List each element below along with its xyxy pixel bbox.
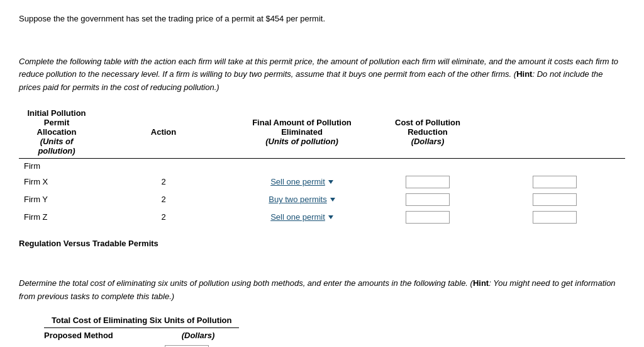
intro-text: Suppose the the government has set the t… — [19, 13, 625, 25]
determine-hint-label: Hint — [473, 278, 489, 288]
firm-x-name: Firm X — [19, 173, 94, 191]
firm-x-dropdown-arrow-icon — [328, 180, 333, 184]
col4-header: Cost of Pollution Reduction (Dollars) — [371, 106, 484, 159]
firm-y-dropdown-arrow-icon — [330, 198, 335, 202]
firm-z-action-label: Sell one permit — [270, 212, 325, 222]
bottom-table: Total Cost of Eliminating Six Units of P… — [44, 313, 239, 347]
dollars-header: (Dollars) — [157, 328, 240, 343]
hint-label: Hint — [516, 69, 532, 79]
instructions-text: Complete the following table with the ac… — [19, 55, 625, 94]
main-table: Initial Pollution Permit Allocation (Uni… — [19, 106, 625, 226]
firm-z-dropdown-arrow-icon — [328, 215, 333, 219]
firm-x-pollution-cell — [371, 173, 484, 191]
firm-y-action-dropdown[interactable]: Buy two permits — [269, 195, 335, 204]
firm-z-name: Firm Z — [19, 208, 94, 226]
firm-y-pollution-cell — [371, 191, 484, 208]
section-title: Regulation Versus Tradable Permits — [19, 239, 625, 248]
firm-z-action-cell: Sell one permit — [233, 208, 371, 226]
table-row: Firm Y 2 Buy two permits — [19, 191, 625, 208]
firm-y-name: Firm Y — [19, 191, 94, 208]
firm-x-action-label: Sell one permit — [270, 177, 325, 186]
firm-z-pollution-cell — [371, 208, 484, 226]
firm-y-action-cell: Buy two permits — [233, 191, 371, 208]
firm-y-action-label: Buy two permits — [269, 195, 326, 204]
firm-y-cost-input[interactable] — [533, 193, 577, 206]
firm-x-allocation: 2 — [94, 173, 233, 191]
col1-header: Initial Pollution Permit Allocation (Uni… — [19, 106, 94, 159]
firm-x-action-dropdown[interactable]: Sell one permit — [270, 177, 333, 186]
firm-x-pollution-input[interactable] — [406, 176, 450, 188]
regulation-input-cell — [157, 343, 240, 347]
bottom-table-title: Total Cost of Eliminating Six Units of P… — [44, 313, 239, 328]
table-row: Firm Z 2 Sell one permit — [19, 208, 625, 226]
firm-z-action-dropdown[interactable]: Sell one permit — [270, 212, 333, 222]
firm-z-allocation: 2 — [94, 208, 233, 226]
list-item: Regulation — [44, 343, 239, 347]
firm-x-cost-cell — [484, 173, 625, 191]
firm-z-pollution-input[interactable] — [406, 211, 450, 224]
firm-z-cost-input[interactable] — [533, 211, 577, 224]
determine-text: Determine the total cost of eliminating … — [19, 277, 625, 304]
col2-header: Action — [94, 106, 233, 159]
proposed-method-header: Proposed Method — [44, 328, 157, 343]
firm-z-cost-cell — [484, 208, 625, 226]
firm-column-label: Firm — [19, 158, 94, 173]
table-row: Firm X 2 Sell one permit — [19, 173, 625, 191]
col3-header: Final Amount of Pollution Eliminated (Un… — [233, 106, 371, 159]
firm-y-pollution-input[interactable] — [406, 193, 450, 206]
firm-y-allocation: 2 — [94, 191, 233, 208]
firm-x-cost-input[interactable] — [533, 176, 577, 188]
firm-x-action-cell: Sell one permit — [233, 173, 371, 191]
regulation-label: Regulation — [44, 343, 157, 347]
firm-y-cost-cell — [484, 191, 625, 208]
